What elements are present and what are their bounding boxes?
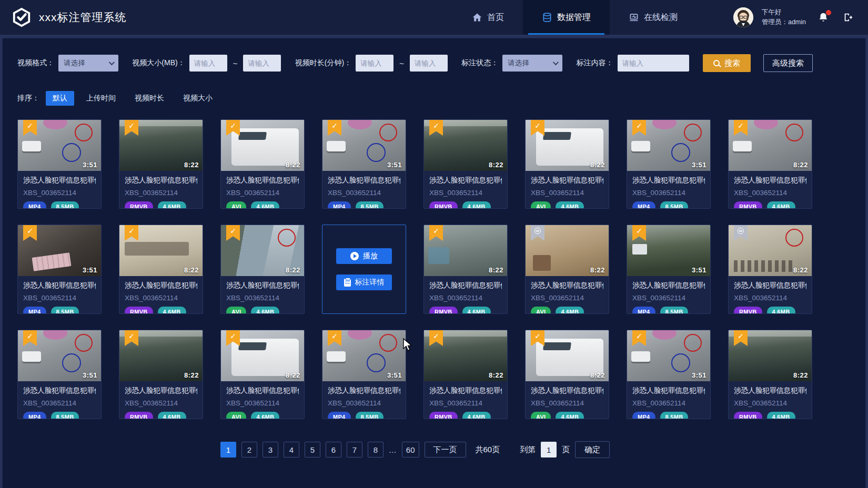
video-thumbnail[interactable]: ✓ 8:22 bbox=[119, 225, 203, 276]
jump-page-input[interactable] bbox=[541, 442, 557, 458]
selection-ribbon-badge[interactable]: ✓ bbox=[226, 330, 240, 346]
page-button-5[interactable]: 5 bbox=[305, 442, 320, 458]
video-card[interactable]: ✓ 3:51 涉恐人脸犯罪信息犯罪信 XBS_003652114 MP4 8.5… bbox=[627, 119, 711, 209]
video-thumbnail[interactable]: ✓ 8:22 bbox=[221, 330, 304, 381]
annotation-detail-button[interactable]: 标注详情 bbox=[336, 274, 392, 290]
video-thumbnail[interactable]: ✓ 8:22 bbox=[221, 225, 304, 276]
video-card[interactable]: ✓ 3:51 涉恐人脸犯罪信息犯罪信 XBS_003652114 MP4 8.5… bbox=[627, 330, 711, 419]
selection-ribbon-badge[interactable] bbox=[734, 225, 748, 241]
page-button-3[interactable]: 3 bbox=[263, 442, 278, 458]
video-thumbnail[interactable]: ✓ 8:22 bbox=[424, 120, 507, 171]
selection-ribbon-badge[interactable]: ✓ bbox=[429, 330, 443, 346]
selection-ribbon-badge[interactable]: ✓ bbox=[632, 330, 646, 346]
video-thumbnail[interactable]: ✓ 3:51 bbox=[18, 330, 101, 381]
video-card[interactable]: ✓ 8:22 涉恐人脸犯罪信息犯罪信 XBS_003652114 RMVB 4.… bbox=[423, 330, 508, 419]
video-thumbnail[interactable]: ✓ 3:51 bbox=[18, 120, 101, 171]
video-card[interactable]: ✓ 3:51 涉恐人脸犯罪信息犯罪信 XBS_003652114 MP4 8.5… bbox=[17, 225, 102, 314]
video-card[interactable]: ✓ 8:22 涉恐人脸犯罪信息犯罪信 XBS_003652114 AVI 4.6… bbox=[220, 225, 305, 314]
nav-item-home[interactable]: 首页 bbox=[453, 0, 523, 35]
video-thumbnail[interactable]: ✓ 3:51 bbox=[18, 225, 101, 276]
nav-item-data-management[interactable]: 数据管理 bbox=[523, 0, 610, 35]
user-avatar[interactable] bbox=[733, 7, 753, 27]
selection-ribbon-badge[interactable]: ✓ bbox=[531, 330, 544, 346]
video-thumbnail[interactable]: ✓ 3:51 bbox=[322, 120, 406, 171]
page-button-8[interactable]: 8 bbox=[368, 442, 383, 458]
video-card[interactable]: ✓ 8:22 涉恐人脸犯罪信息犯罪信 XBS_003652114 RMVB 4.… bbox=[423, 119, 508, 209]
selection-ribbon-badge[interactable]: ✓ bbox=[734, 120, 748, 136]
selection-ribbon-badge[interactable]: ✓ bbox=[125, 120, 138, 136]
selection-ribbon-badge[interactable]: ✓ bbox=[632, 225, 646, 241]
selection-ribbon-badge[interactable]: ✓ bbox=[429, 120, 443, 136]
video-card[interactable]: ✓ 3:51 涉恐人脸犯罪信息犯罪信 XBS_003652114 MP4 8.5… bbox=[17, 330, 102, 419]
page-button-4[interactable]: 4 bbox=[284, 442, 299, 458]
video-thumbnail[interactable]: ✓ 8:22 bbox=[221, 120, 304, 171]
page-button-7[interactable]: 7 bbox=[347, 442, 362, 458]
next-page-button[interactable]: 下一页 bbox=[425, 442, 466, 458]
video-card[interactable]: ✓ 8:22 涉恐人脸犯罪信息犯罪信 XBS_003652114 AVI 4.6… bbox=[525, 119, 609, 209]
video-thumbnail[interactable]: ✓ 3:51 bbox=[627, 330, 710, 381]
page-button-60[interactable]: 60 bbox=[402, 442, 419, 458]
page-button-1[interactable]: 1 bbox=[220, 442, 236, 458]
video-card[interactable]: ✓ 3:51 涉恐人脸犯罪信息犯罪信 XBS_003652114 MP4 8.5… bbox=[17, 119, 102, 209]
selection-ribbon-badge[interactable]: ✓ bbox=[531, 120, 544, 136]
nav-item-online-detection[interactable]: 在线检测 bbox=[610, 0, 697, 35]
selection-ribbon-badge[interactable]: ✓ bbox=[328, 120, 341, 136]
video-card[interactable]: ✓ 8:22 涉恐人脸犯罪信息犯罪信 XBS_003652114 RMVB 4.… bbox=[423, 225, 508, 314]
video-card[interactable]: ✓ 8:22 涉恐人脸犯罪信息犯罪信 XBS_003652114 RMVB 4.… bbox=[728, 119, 812, 209]
video-card[interactable]: ✓ 8:22 涉恐人脸犯罪信息犯罪信 XBS_003652114 AVI 4.6… bbox=[220, 119, 305, 209]
selection-ribbon-badge[interactable]: ✓ bbox=[23, 120, 37, 136]
video-card[interactable]: ✓ 3:51 涉恐人脸犯罪信息犯罪信 XBS_003652114 MP4 8.5… bbox=[322, 330, 406, 419]
video-thumbnail[interactable]: ✓ 8:22 bbox=[119, 120, 203, 171]
video-thumbnail[interactable]: 8:22 bbox=[526, 225, 609, 276]
selection-ribbon-badge[interactable]: ✓ bbox=[734, 330, 748, 346]
selection-ribbon-badge[interactable] bbox=[531, 225, 544, 241]
video-duration-min-input[interactable] bbox=[356, 55, 393, 72]
video-thumbnail[interactable]: ✓ 8:22 bbox=[424, 225, 507, 276]
confirm-button[interactable]: 确定 bbox=[575, 441, 610, 458]
video-card[interactable]: ✓ 8:22 涉恐人脸犯罪信息犯罪信 XBS_003652114 RMVB 4.… bbox=[728, 330, 812, 419]
logout-icon[interactable] bbox=[843, 12, 854, 23]
selection-ribbon-badge[interactable]: ✓ bbox=[125, 330, 138, 346]
video-card[interactable]: ✓ 8:22 涉恐人脸犯罪信息犯罪信 XBS_003652114 RMVB 4.… bbox=[119, 119, 203, 209]
notification-bell[interactable] bbox=[817, 12, 829, 23]
selection-ribbon-badge[interactable]: ✓ bbox=[632, 120, 646, 136]
search-button[interactable]: 搜索 bbox=[703, 54, 751, 72]
annotation-content-input[interactable] bbox=[618, 55, 689, 72]
selection-ribbon-badge[interactable]: ✓ bbox=[23, 225, 37, 241]
video-thumbnail[interactable]: 8:22 bbox=[729, 225, 812, 276]
video-thumbnail[interactable]: ✓ 3:51 bbox=[627, 225, 710, 276]
selection-ribbon-badge[interactable]: ✓ bbox=[429, 225, 443, 241]
video-size-min-input[interactable] bbox=[189, 55, 227, 72]
video-card[interactable]: 8:22 涉恐人脸犯罪信息犯罪信 XBS_003652114 RMVB 4.6M… bbox=[728, 225, 812, 314]
video-thumbnail[interactable]: ✓ 8:22 bbox=[729, 330, 812, 381]
video-thumbnail[interactable]: ✓ 8:22 bbox=[729, 120, 812, 171]
video-card[interactable]: ✓ 8:22 涉恐人脸犯罪信息犯罪信 XBS_003652114 AVI 4.6… bbox=[525, 330, 609, 419]
selection-ribbon-badge[interactable]: ✓ bbox=[23, 330, 37, 346]
video-thumbnail[interactable]: ✓ 8:22 bbox=[424, 330, 507, 381]
page-button-6[interactable]: 6 bbox=[326, 442, 341, 458]
selection-ribbon-badge[interactable]: ✓ bbox=[226, 120, 240, 136]
video-card[interactable]: ✓ 3:51 涉恐人脸犯罪信息犯罪信 XBS_003652114 MP4 8.5… bbox=[322, 119, 406, 209]
video-card[interactable]: ✓ 8:22 涉恐人脸犯罪信息犯罪信 XBS_003652114 AVI 4.6… bbox=[220, 330, 305, 419]
video-thumbnail[interactable]: ✓ 8:22 bbox=[119, 330, 203, 381]
video-thumbnail[interactable]: ✓ 3:51 bbox=[627, 120, 710, 171]
video-card[interactable]: 8:22 涉恐人脸犯罪信息犯罪信 XBS_003652114 AVI 4.6MB bbox=[525, 225, 609, 314]
selection-ribbon-badge[interactable]: ✓ bbox=[226, 225, 240, 241]
video-thumbnail[interactable]: ✓ 8:22 bbox=[526, 120, 609, 171]
video-card[interactable]: ✓ 3:51 涉恐人脸犯罪信息犯罪信 XBS_003652114 MP4 8.5… bbox=[627, 225, 711, 314]
video-card[interactable]: ✓ 8:22 涉恐人脸犯罪信息犯罪信 XBS_003652114 RMVB 4.… bbox=[119, 330, 203, 419]
sort-option-default[interactable]: 默认 bbox=[46, 91, 74, 106]
video-card[interactable]: ✓ 8:22 涉恐人脸犯罪信息犯罪信 XBS_003652114 RMVB 4.… bbox=[119, 225, 203, 314]
video-thumbnail[interactable]: ✓ 3:51 bbox=[322, 330, 406, 381]
video-format-select[interactable]: 请选择 bbox=[58, 55, 118, 72]
selection-ribbon-badge[interactable]: ✓ bbox=[328, 330, 341, 346]
video-size-max-input[interactable] bbox=[243, 55, 281, 72]
annotation-status-select[interactable]: 请选择 bbox=[502, 55, 562, 72]
sort-option-upload-time[interactable]: 上传时间 bbox=[79, 91, 123, 106]
video-duration-max-input[interactable] bbox=[410, 55, 448, 72]
selection-ribbon-badge[interactable]: ✓ bbox=[125, 225, 138, 241]
sort-option-size[interactable]: 视频大小 bbox=[176, 91, 219, 106]
advanced-search-button[interactable]: 高级搜索 bbox=[763, 54, 813, 72]
sort-option-duration[interactable]: 视频时长 bbox=[128, 91, 171, 106]
video-card-hovered[interactable]: 播放 标注详情 bbox=[322, 225, 406, 314]
